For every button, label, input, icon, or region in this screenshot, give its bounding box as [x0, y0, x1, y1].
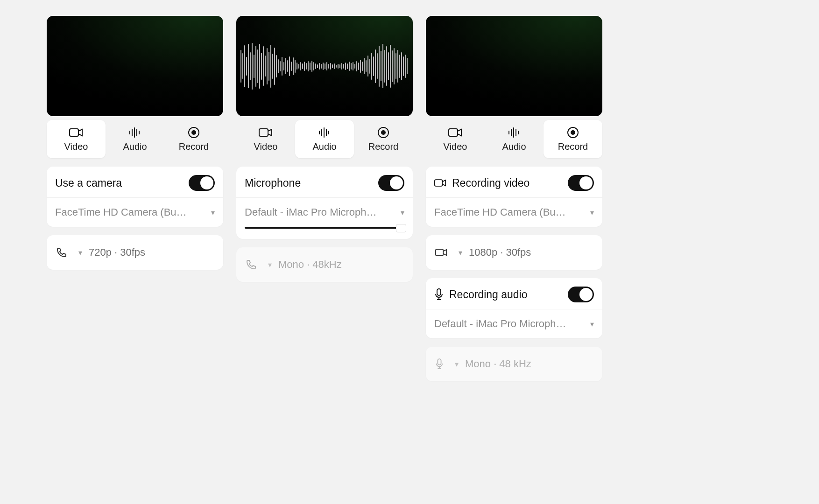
phone-icon — [56, 247, 67, 258]
tab-label: Record — [558, 141, 588, 152]
card-header: Microphone — [236, 167, 413, 198]
camera-icon — [435, 248, 447, 257]
recording-video-card: Recording video FaceTime HD Camera (Bu… … — [426, 167, 602, 227]
chevron-down-icon: ▾ — [401, 208, 404, 217]
tab-label: Audio — [123, 141, 147, 152]
microphone-card: Microphone Default - iMac Pro Microph… ▾ — [236, 167, 413, 239]
recording-audio-card: Recording audio Default - iMac Pro Micro… — [426, 278, 602, 338]
audio-preview — [236, 16, 413, 116]
microphone-level-slider[interactable] — [245, 227, 404, 229]
record-icon — [567, 126, 579, 139]
microphone-device-select[interactable]: Default - iMac Pro Microph… ▾ — [236, 198, 413, 227]
camera-device-label: FaceTime HD Camera (Bu… — [55, 206, 206, 218]
chevron-down-icon: ▾ — [590, 208, 594, 217]
recording-audio-toggle[interactable] — [568, 287, 594, 302]
waveform-icon — [318, 126, 331, 139]
chevron-down-icon: ▾ — [459, 248, 462, 257]
camera-toggle[interactable] — [189, 175, 215, 191]
camera-icon — [448, 126, 462, 139]
audio-quality-card[interactable]: ▾ Mono · 48kHz — [236, 247, 413, 282]
tab-record[interactable]: Record — [164, 120, 223, 158]
video-quality-label: 720p · 30fps — [89, 246, 145, 259]
tab-label: Audio — [502, 141, 526, 152]
phone-icon — [246, 259, 257, 270]
camera-title: Use a camera — [55, 177, 122, 189]
panel-record: Video Audio Record — [426, 16, 602, 381]
recording-video-device-select[interactable]: FaceTime HD Camera (Bu… ▾ — [426, 198, 602, 227]
tabs: Video Audio Record — [47, 120, 223, 158]
camera-device-select[interactable]: FaceTime HD Camera (Bu… ▾ — [47, 198, 223, 227]
chevron-down-icon: ▾ — [590, 320, 594, 329]
microphone-title: Microphone — [245, 177, 301, 189]
tab-video[interactable]: Video — [236, 120, 295, 158]
camera-icon — [69, 126, 83, 139]
chevron-down-icon: ▾ — [268, 260, 272, 269]
svg-rect-8 — [259, 129, 268, 136]
chevron-down-icon: ▾ — [211, 208, 215, 217]
svg-rect-25 — [436, 249, 443, 256]
record-icon — [188, 126, 200, 139]
audio-quality-label: Mono · 48kHz — [278, 259, 342, 271]
recording-audio-title: Recording audio — [449, 288, 528, 301]
svg-rect-0 — [70, 129, 78, 136]
panels-row: Video Audio Record Use a camera Fa — [47, 16, 772, 381]
tab-label: Record — [179, 141, 209, 152]
microphone-icon — [435, 358, 444, 370]
tabs: Video Audio Record — [426, 120, 602, 158]
recording-video-title: Recording video — [452, 177, 530, 189]
recording-video-quality-label: 1080p · 30fps — [469, 246, 531, 259]
microphone-toggle[interactable] — [378, 175, 404, 191]
microphone-level-row — [236, 227, 413, 239]
recording-audio-quality-label: Mono · 48 kHz — [465, 358, 531, 370]
svg-point-7 — [192, 131, 196, 134]
tab-record[interactable]: Record — [354, 120, 413, 158]
record-icon — [377, 126, 389, 139]
tab-audio[interactable]: Audio — [295, 120, 354, 158]
tab-video[interactable]: Video — [426, 120, 485, 158]
svg-rect-16 — [449, 129, 458, 136]
waveform-icon — [508, 126, 520, 139]
tab-label: Video — [64, 141, 88, 152]
tab-label: Audio — [312, 141, 336, 152]
svg-rect-29 — [438, 359, 441, 365]
card-header: Recording audio — [426, 278, 602, 309]
chevron-down-icon: ▾ — [455, 360, 459, 369]
recording-video-device-label: FaceTime HD Camera (Bu… — [434, 206, 586, 218]
tab-label: Record — [368, 141, 398, 152]
record-preview — [426, 16, 602, 116]
waveform-display — [240, 38, 409, 94]
recording-video-toggle[interactable] — [568, 175, 594, 191]
recording-audio-device-select[interactable]: Default - iMac Pro Microph… ▾ — [426, 309, 602, 338]
panel-video: Video Audio Record Use a camera Fa — [47, 16, 223, 381]
recording-video-quality-card[interactable]: ▾ 1080p · 30fps — [426, 235, 602, 270]
svg-rect-24 — [435, 180, 442, 186]
tab-label: Video — [444, 141, 467, 152]
svg-rect-26 — [437, 289, 441, 295]
card-header: Use a camera — [47, 167, 223, 198]
tab-audio[interactable]: Audio — [106, 120, 164, 158]
svg-point-23 — [571, 131, 575, 134]
tab-video[interactable]: Video — [47, 120, 106, 158]
tab-record[interactable]: Record — [544, 120, 602, 158]
recording-audio-device-label: Default - iMac Pro Microph… — [434, 318, 586, 330]
video-quality-card[interactable]: ▾ 720p · 30fps — [47, 235, 223, 270]
microphone-icon — [434, 288, 444, 301]
panel-audio: Video Audio Record Microphone Defa — [236, 16, 413, 381]
camera-icon — [434, 178, 446, 188]
recording-audio-quality-card[interactable]: ▾ Mono · 48 kHz — [426, 347, 602, 381]
waveform-icon — [129, 126, 141, 139]
camera-icon — [259, 126, 273, 139]
chevron-down-icon: ▾ — [78, 248, 82, 257]
card-header: Recording video — [426, 167, 602, 198]
tab-audio[interactable]: Audio — [485, 120, 544, 158]
tab-label: Video — [254, 141, 278, 152]
video-preview — [47, 16, 223, 116]
svg-point-15 — [381, 131, 385, 134]
camera-card: Use a camera FaceTime HD Camera (Bu… ▾ — [47, 167, 223, 227]
tabs: Video Audio Record — [236, 120, 413, 158]
microphone-device-label: Default - iMac Pro Microph… — [245, 206, 396, 218]
